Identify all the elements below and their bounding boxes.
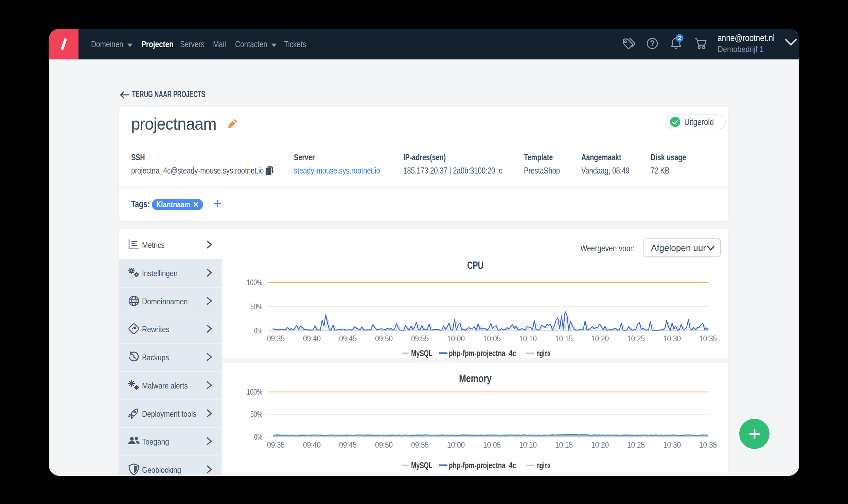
svg-text:0%: 0%	[254, 432, 262, 442]
svg-text:MySQL: MySQL	[411, 348, 432, 358]
svg-text:10:25: 10:25	[627, 440, 645, 449]
svg-text:10:30: 10:30	[663, 440, 681, 449]
svg-text:10:05: 10:05	[483, 440, 501, 449]
svg-text:10:00: 10:00	[447, 334, 465, 343]
svg-text:php-fpm-projectna_4c: php-fpm-projectna_4c	[449, 348, 516, 358]
svg-text:10:10: 10:10	[519, 440, 537, 449]
svg-text:?: ?	[650, 39, 655, 48]
svg-text:09:55: 09:55	[411, 334, 429, 343]
svg-text:10:15: 10:15	[555, 334, 573, 343]
svg-text:09:50: 09:50	[375, 440, 393, 449]
svg-text:Memory: Memory	[459, 373, 492, 384]
svg-text:nginx: nginx	[536, 461, 551, 470]
svg-text:10:30: 10:30	[663, 334, 681, 343]
svg-text:100%: 100%	[247, 278, 262, 287]
svg-text:09:40: 09:40	[303, 440, 321, 449]
svg-text:50%: 50%	[250, 410, 262, 419]
svg-text:10:20: 10:20	[591, 440, 609, 449]
svg-text:10:35: 10:35	[699, 440, 717, 449]
svg-text:CPU: CPU	[467, 259, 483, 271]
svg-text:09:55: 09:55	[411, 440, 429, 449]
svg-text:10:25: 10:25	[627, 334, 645, 343]
svg-text:09:45: 09:45	[339, 334, 357, 343]
svg-text:100%: 100%	[247, 387, 262, 396]
svg-text:php-fpm-projectna_4c: php-fpm-projectna_4c	[449, 461, 516, 470]
svg-text:10:20: 10:20	[591, 334, 609, 343]
svg-text:09:35: 09:35	[267, 334, 285, 343]
svg-text:10:35: 10:35	[699, 334, 717, 343]
svg-text:nginx: nginx	[536, 348, 551, 358]
svg-text:10:05: 10:05	[483, 334, 501, 343]
svg-text:09:50: 09:50	[375, 334, 393, 343]
svg-text:09:45: 09:45	[339, 440, 357, 449]
svg-text:10:10: 10:10	[519, 334, 537, 343]
svg-text:0%: 0%	[254, 326, 262, 335]
svg-text:09:35: 09:35	[267, 440, 285, 449]
svg-text:10:00: 10:00	[447, 440, 465, 449]
svg-text:MySQL: MySQL	[411, 461, 432, 470]
svg-text:10:15: 10:15	[555, 440, 573, 449]
svg-text:09:40: 09:40	[303, 334, 321, 343]
svg-text:50%: 50%	[250, 302, 262, 311]
